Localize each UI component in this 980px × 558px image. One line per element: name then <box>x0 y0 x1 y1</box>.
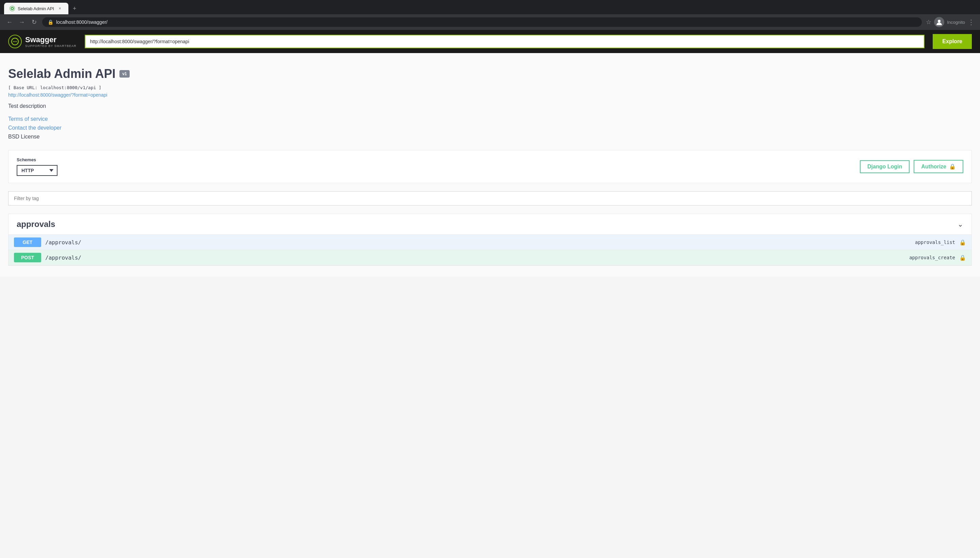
approvals-get-endpoint[interactable]: GET /approvals/ approvals_list 🔒 <box>8 235 972 250</box>
api-group-header-approvals[interactable]: approvals ⌄ <box>8 214 972 235</box>
authorize-button[interactable]: Authorize 🔒 <box>914 160 963 173</box>
filter-input[interactable] <box>8 191 972 205</box>
profile-button[interactable] <box>934 17 944 27</box>
contact-developer-link[interactable]: Contact the developer <box>8 125 972 131</box>
api-base-url: [ Base URL: localhost:8000/v1/api ] <box>8 85 972 90</box>
forward-button[interactable]: → <box>18 18 26 26</box>
authorize-lock-icon: 🔒 <box>949 163 956 170</box>
new-tab-button[interactable]: + <box>70 4 79 13</box>
chevron-down-icon: ⌄ <box>957 220 963 228</box>
version-badge: v1 <box>120 70 129 77</box>
url-text: localhost:8000/swagger/ <box>56 20 108 25</box>
approvals-post-path: /approvals/ <box>45 254 905 261</box>
approvals-list-id: approvals_list <box>915 240 955 245</box>
bookmark-icon[interactable]: ☆ <box>926 18 931 26</box>
address-bar: ← → ↻ 🔒 localhost:8000/swagger/ ☆ Incogn… <box>0 14 980 30</box>
svg-point-5 <box>15 41 16 42</box>
approvals-create-id: approvals_create <box>909 255 955 260</box>
tab-close-button[interactable]: × <box>57 5 63 11</box>
endpoint-lock-icon-2: 🔒 <box>959 254 966 261</box>
authorize-label: Authorize <box>921 164 946 170</box>
get-method-badge: GET <box>14 238 41 247</box>
filter-section <box>8 191 972 205</box>
tab-bar: Selelab Admin API × + <box>0 0 980 14</box>
tab-title: Selelab Admin API <box>18 6 54 11</box>
api-group-name-approvals: approvals <box>17 220 55 229</box>
browser-chrome: Selelab Admin API × + ← → ↻ 🔒 localhost:… <box>0 0 980 30</box>
api-title: Selelab Admin API <box>8 67 115 81</box>
browser-actions: ☆ Incognito ⋮ <box>926 17 975 27</box>
svg-point-1 <box>11 8 13 9</box>
swagger-logo: Swagger SUPPORTED BY SMARTBEAR <box>8 35 77 48</box>
approvals-get-path: /approvals/ <box>45 239 911 246</box>
url-lock-icon: 🔒 <box>48 20 53 25</box>
schemes-label: Schemes <box>17 157 57 162</box>
schemes-right: Django Login Authorize 🔒 <box>860 160 963 173</box>
approvals-post-endpoint[interactable]: POST /approvals/ approvals_create 🔒 <box>8 250 972 265</box>
browser-tab[interactable]: Selelab Admin API × <box>4 3 68 14</box>
schemes-section: Schemes HTTP HTTPS Django Login Authoriz… <box>8 150 972 183</box>
swagger-logo-icon <box>8 35 22 48</box>
swagger-logo-text: Swagger SUPPORTED BY SMARTBEAR <box>25 35 77 48</box>
django-login-button[interactable]: Django Login <box>860 160 909 173</box>
terms-of-service-link[interactable]: Terms of service <box>8 116 972 122</box>
api-title-row: Selelab Admin API v1 <box>8 67 972 81</box>
explore-button[interactable]: Explore <box>933 34 972 49</box>
refresh-button[interactable]: ↻ <box>30 18 38 26</box>
tab-favicon <box>10 6 15 11</box>
svg-point-4 <box>13 41 14 42</box>
api-spec-link[interactable]: http://localhost:8000/swagger/?format=op… <box>8 92 972 98</box>
post-method-badge: POST <box>14 253 41 262</box>
api-group-approvals: approvals ⌄ GET /approvals/ approvals_li… <box>8 214 972 266</box>
api-description: Test description <box>8 103 972 109</box>
url-input-box[interactable]: 🔒 localhost:8000/swagger/ <box>42 17 922 27</box>
swagger-sub: SUPPORTED BY SMARTBEAR <box>25 44 77 48</box>
swagger-header: Swagger SUPPORTED BY SMARTBEAR Explore <box>0 30 980 53</box>
main-content: Selelab Admin API v1 [ Base URL: localho… <box>0 53 980 277</box>
incognito-label: Incognito <box>947 20 965 25</box>
swagger-name: Swagger <box>25 35 77 44</box>
schemes-left: Schemes HTTP HTTPS <box>17 157 57 176</box>
api-groups: approvals ⌄ GET /approvals/ approvals_li… <box>8 214 972 266</box>
license-text: BSD License <box>8 134 972 140</box>
schemes-select[interactable]: HTTP HTTPS <box>17 165 57 176</box>
endpoint-lock-icon: 🔒 <box>959 239 966 246</box>
browser-menu-button[interactable]: ⋮ <box>968 18 975 26</box>
svg-point-6 <box>16 41 17 42</box>
swagger-url-input[interactable] <box>85 35 925 48</box>
svg-point-2 <box>938 20 941 23</box>
back-button[interactable]: ← <box>5 18 14 26</box>
